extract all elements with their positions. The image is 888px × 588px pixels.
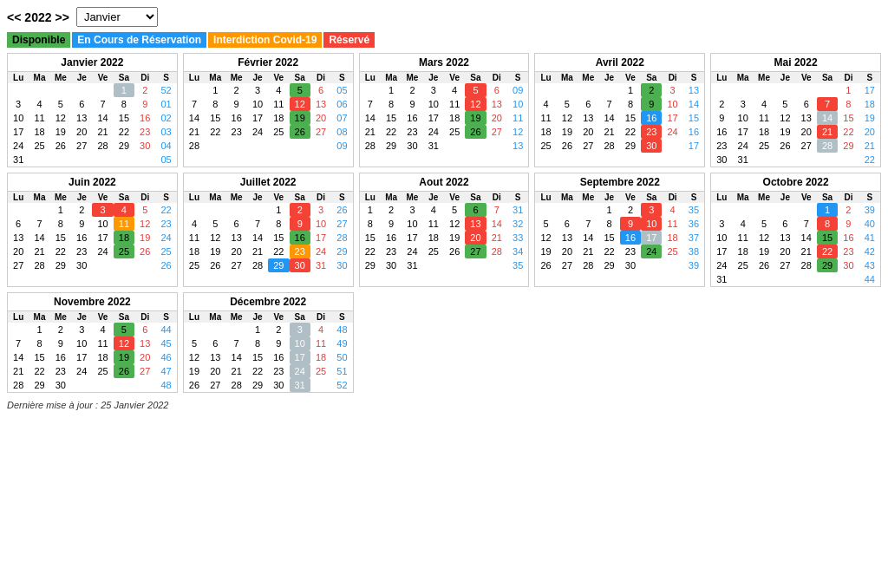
month-septembre: Septembre 2022 LuMaMeJeVeSaDiS 123435 56… <box>534 173 705 287</box>
month-title-juillet: Juillet 2022 <box>184 173 353 192</box>
month-mai: Mai 2022 LuMaMeJeVeSaDiS 117 234567818 9… <box>710 53 881 167</box>
month-mars: Mars 2022 LuMaMeJeVeSaDiS 12345609 78910… <box>359 53 530 167</box>
month-title-avril: Avril 2022 <box>535 54 704 72</box>
month-title-septembre: Septembre 2022 <box>535 173 704 192</box>
month-aout: Aout 2022 LuMaMeJeVeSaDiS 123456731 8910… <box>359 173 530 287</box>
calendar-grid: Janvier 2022 LuMaMeJeVeSaDiS 1252 345678… <box>7 53 881 393</box>
month-juin: Juin 2022 LuMaMeJeVeSaDiS 1234522 678910… <box>7 173 178 287</box>
month-title-mars: Mars 2022 <box>360 54 529 72</box>
month-title-novembre: Novembre 2022 <box>8 293 177 311</box>
legend-disponible: Disponible <box>7 32 70 48</box>
month-title-janvier: Janvier 2022 <box>8 54 177 72</box>
legend-interdiction: Interdiction Covid-19 <box>208 32 322 48</box>
month-select[interactable]: Janvier Février Mars Avril Mai Juin Juil… <box>76 7 158 27</box>
month-title-fevrier: Février 2022 <box>184 54 353 72</box>
month-juillet: Juillet 2022 LuMaMeJeVeSaDiS 12326 45678… <box>183 173 354 287</box>
month-fevrier: Février 2022 LuMaMeJeVeSaDiS 12345605 78… <box>183 53 354 167</box>
month-novembre: Novembre 2022 LuMaMeJeVeSaDiS 12345644 7… <box>7 292 178 393</box>
footer-text: Dernière mise à jour : 25 Janvier 2022 <box>7 400 881 410</box>
year-label: 2022 <box>24 10 51 24</box>
month-title-juin: Juin 2022 <box>8 173 177 192</box>
month-janvier: Janvier 2022 LuMaMeJeVeSaDiS 1252 345678… <box>7 53 178 167</box>
legend-en-cours: En Cours de Réservation <box>72 32 206 48</box>
year-nav: << 2022 >> <box>7 10 69 24</box>
legend-reserve: Réservé <box>323 32 375 48</box>
month-avril: Avril 2022 LuMaMeJeVeSaDiS 12313 4567891… <box>534 53 705 167</box>
month-octobre: Octobre 2022 LuMaMeJeVeSaDiS 1239 345678… <box>710 173 881 287</box>
month-title-aout: Aout 2022 <box>360 173 529 192</box>
top-bar: << 2022 >> Janvier Février Mars Avril Ma… <box>7 7 881 27</box>
next-year-link[interactable]: >> <box>56 10 69 24</box>
month-title-mai: Mai 2022 <box>711 54 880 72</box>
prev-year-link[interactable]: << <box>7 10 21 24</box>
legend: Disponible En Cours de Réservation Inter… <box>7 32 881 48</box>
month-decembre: Décembre 2022 LuMaMeJeVeSaDiS 123448 567… <box>183 292 354 393</box>
month-title-octobre: Octobre 2022 <box>711 173 880 192</box>
month-title-decembre: Décembre 2022 <box>184 293 353 311</box>
